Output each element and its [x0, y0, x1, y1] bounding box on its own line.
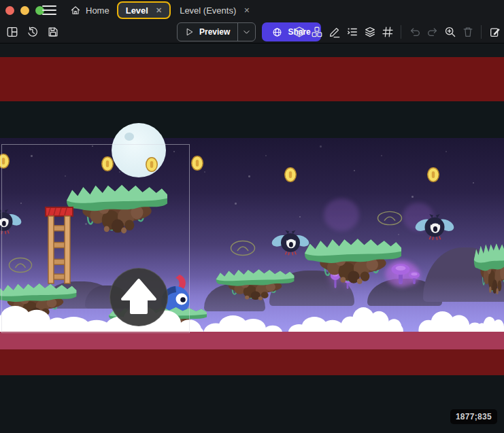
objects-cube-button[interactable] [292, 24, 306, 39]
ellipse-outline-object[interactable] [230, 240, 256, 256]
play-icon [185, 27, 195, 37]
ellipse-outline-object[interactable] [377, 211, 403, 226]
tab-label: Level (Events) [180, 5, 236, 16]
home-icon [70, 5, 81, 16]
undo-button[interactable] [407, 24, 422, 39]
gdevelop-window: HomeLevel✕Level (Events)✕ Preview Share [0, 0, 504, 433]
tab-level-events[interactable]: Level (Events)✕ [172, 0, 257, 20]
preview-button[interactable]: Preview [177, 22, 256, 41]
tab-level[interactable]: Level✕ [117, 1, 171, 19]
object-groups-button[interactable] [309, 24, 324, 39]
hamburger-menu-icon[interactable] [42, 5, 56, 15]
pink-band[interactable] [0, 332, 504, 349]
star [265, 155, 267, 156]
coin[interactable] [191, 156, 203, 171]
canvas-footer [0, 375, 504, 433]
star [235, 203, 237, 205]
coin[interactable] [284, 167, 297, 182]
traffic-lights [5, 6, 44, 15]
tab-home[interactable]: Home [63, 0, 117, 20]
star [299, 216, 301, 218]
red-lava-band-top[interactable] [0, 57, 504, 101]
star [320, 145, 322, 148]
toolbar: Preview Share [0, 20, 504, 44]
floating-island-platform[interactable] [473, 237, 504, 299]
preview-label: Preview [199, 27, 230, 37]
close-tab-icon[interactable]: ✕ [156, 6, 162, 15]
grid-button[interactable] [380, 24, 394, 39]
layout-panels-button[interactable] [5, 24, 19, 39]
globe-icon [272, 27, 282, 37]
redo-button[interactable] [425, 24, 439, 39]
traffic-light-close[interactable] [5, 6, 14, 15]
camera-bounds-frame [1, 144, 190, 333]
star [381, 155, 382, 156]
edit-pencil-button[interactable] [327, 24, 341, 39]
glow-foliage [324, 198, 359, 231]
tab-label: Home [86, 5, 110, 16]
layers-button[interactable] [363, 24, 377, 39]
title-bar: HomeLevel✕Level (Events)✕ [0, 0, 504, 20]
cloud [199, 315, 289, 332]
traffic-light-minimize[interactable] [20, 6, 29, 15]
instances-list-button[interactable] [345, 24, 359, 39]
cursor-coordinates-badge: 1877;835 [450, 409, 497, 424]
toolbar-left-group [5, 24, 60, 39]
cloud [337, 307, 407, 332]
chevron-down-icon [242, 28, 251, 37]
star [204, 171, 205, 173]
cloud [475, 317, 504, 332]
preview-dropdown-button[interactable] [237, 23, 255, 41]
bat-enemy[interactable] [271, 228, 309, 258]
floating-island-platform[interactable] [215, 265, 295, 303]
toolbar-separator [481, 25, 482, 39]
zoom-in-button[interactable] [443, 24, 457, 39]
history-button[interactable] [25, 24, 39, 39]
star [411, 196, 414, 198]
tab-label: Level [126, 5, 148, 16]
canvas-gap-band [0, 101, 504, 138]
bat-enemy[interactable] [415, 212, 454, 243]
edit-scene-properties-button[interactable] [488, 24, 502, 39]
star [248, 175, 250, 177]
save-button[interactable] [46, 24, 60, 39]
tab-bar: HomeLevel✕Level (Events)✕ [63, 0, 257, 20]
floating-island-platform[interactable] [303, 232, 403, 288]
red-lava-band-bottom[interactable] [0, 349, 504, 375]
star [473, 182, 474, 184]
coin[interactable] [427, 167, 439, 182]
close-tab-icon[interactable]: ✕ [243, 6, 250, 15]
star [446, 151, 447, 152]
toolbar-separator [401, 25, 401, 39]
canvas-gap-band [0, 43, 504, 57]
star [354, 170, 355, 171]
trash-button[interactable] [460, 24, 475, 39]
toolbar-right-group [292, 24, 502, 39]
